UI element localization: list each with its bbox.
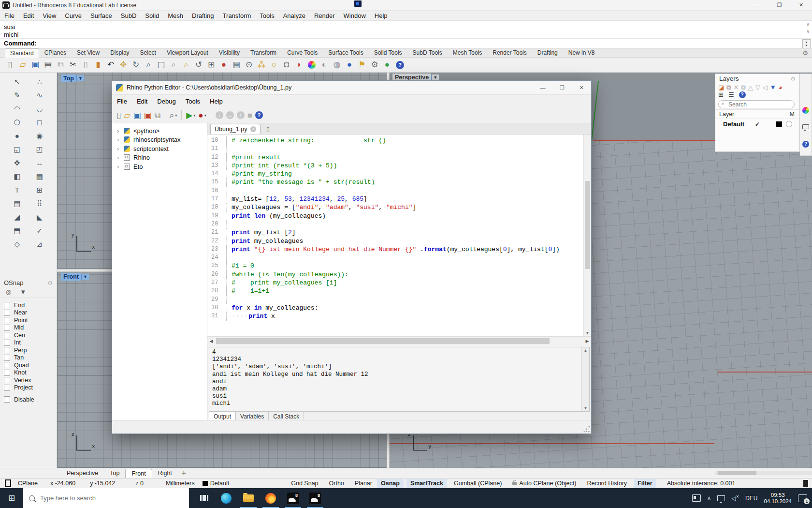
side-tool-7[interactable]: ◻: [33, 117, 46, 127]
layers-gear-icon[interactable]: ⚙: [790, 75, 796, 82]
side-tool-25[interactable]: ⊿: [33, 239, 46, 249]
status-y-15-042[interactable]: y -15.042: [90, 480, 115, 487]
viewport-label-top[interactable]: Top▼: [61, 75, 84, 82]
toolbar-tab-surface-tools[interactable]: Surface Tools: [323, 48, 369, 57]
menu-mesh[interactable]: Mesh: [163, 12, 188, 19]
editor-new-tab[interactable]: ▯: [261, 124, 275, 134]
toolbar-tab-subd-tools[interactable]: SubD Tools: [407, 48, 448, 57]
network-icon[interactable]: [717, 495, 725, 501]
run-button[interactable]: ▶▾: [186, 111, 195, 120]
menu-window[interactable]: Window: [339, 12, 370, 19]
toolbar-tab-cplanes[interactable]: CPlanes: [39, 48, 72, 57]
taskbar-search-input[interactable]: [39, 494, 176, 502]
move-down-icon[interactable]: ▽: [755, 84, 760, 91]
side-tool-18[interactable]: ▤: [11, 198, 23, 209]
menu-transform[interactable]: Transform: [218, 12, 256, 19]
side-tool-10[interactable]: ◱: [11, 144, 23, 154]
osnap-tan[interactable]: Tan: [4, 354, 57, 362]
rhino-1-taskbar-icon[interactable]: 8: [282, 488, 304, 508]
status-panel-toggle-icon[interactable]: [803, 480, 808, 487]
tree-item-eto[interactable]: ›Eto: [112, 162, 207, 171]
osnap-checkbox-point[interactable]: [4, 317, 10, 323]
firefox-taskbar-icon[interactable]: [260, 488, 282, 508]
car-display-icon[interactable]: ●: [218, 59, 230, 71]
editor-menu-tools[interactable]: Tools: [181, 98, 205, 105]
osnap-checkbox-mid[interactable]: [4, 325, 10, 331]
properties-color-icon[interactable]: [802, 107, 809, 114]
viewport-label-front[interactable]: Front▼: [61, 273, 89, 281]
render-icon[interactable]: ◗: [293, 59, 305, 71]
side-tool-19[interactable]: ⠿: [33, 198, 46, 209]
four-viewports-icon[interactable]: ⊞: [205, 59, 218, 71]
osnap-knot[interactable]: Knot: [4, 369, 57, 377]
close-button[interactable]: ✕: [790, 0, 812, 11]
move-left-icon[interactable]: ◁: [763, 84, 768, 91]
chevron-right-icon[interactable]: ›: [117, 163, 124, 170]
status-gumball-cplane[interactable]: Gumball (CPlane): [454, 480, 502, 487]
rhino-2-taskbar-icon[interactable]: 8: [304, 488, 326, 508]
cut-icon[interactable]: ✂: [67, 59, 79, 71]
status-absolute-tolerance-0-001[interactable]: Absolute tolerance: 0.001: [667, 480, 736, 487]
toolbar-tab-set-view[interactable]: Set View: [72, 48, 105, 57]
editor-title-bar[interactable]: Rhino Python Editor - C:\Users\obsidian\…: [112, 81, 591, 95]
menu-analyze[interactable]: Analyze: [279, 12, 310, 19]
save-script-button[interactable]: ▣: [133, 111, 141, 120]
editor-help-button[interactable]: ?: [255, 111, 263, 119]
toolbar-tab-viewport-layout[interactable]: Viewport Layout: [161, 48, 214, 57]
side-tool-5[interactable]: ◡: [33, 104, 46, 114]
layer-menu-icon[interactable]: ☰: [728, 91, 734, 98]
circle-center-icon[interactable]: ⊙: [243, 59, 255, 71]
step-into-button[interactable]: ↓: [216, 111, 223, 119]
command-spinner[interactable]: ▲▼: [802, 39, 811, 48]
status-osnap[interactable]: Osnap: [377, 479, 404, 488]
dropdown-arrow-icon[interactable]: ▾: [175, 113, 177, 118]
side-tool-24[interactable]: ◇: [11, 239, 23, 249]
scroll-right-arrow[interactable]: ▶: [583, 339, 591, 344]
osnap-vertex[interactable]: Vertex: [4, 376, 57, 384]
code-horizontal-scrollbar[interactable]: ◀ ▶: [207, 336, 591, 345]
output-scrollbar[interactable]: ▲ ▼: [581, 347, 589, 411]
toolbar-tab-new-in-v8[interactable]: New in V8: [563, 48, 600, 57]
editor-file-tab[interactable]: Übung_1.py ✕: [210, 124, 261, 134]
scroll-up-arrow[interactable]: ▲: [582, 348, 589, 353]
language-indicator[interactable]: DEU: [745, 495, 757, 502]
hidden-icons-chevron[interactable]: ∧: [707, 495, 711, 501]
open-file-icon[interactable]: ▱: [16, 59, 29, 71]
osnap-checkbox-near[interactable]: [4, 310, 10, 316]
osnap-int[interactable]: Int: [4, 339, 57, 347]
chevron-right-icon[interactable]: ›: [117, 136, 124, 143]
osnap-checkbox-project[interactable]: [4, 385, 10, 391]
status-grid-snap[interactable]: Grid Snap: [291, 480, 318, 487]
new-layer-icon[interactable]: ◪: [718, 84, 724, 91]
side-tool-11[interactable]: ◰: [33, 144, 46, 154]
osnap-checkbox-knot[interactable]: [4, 370, 10, 376]
menu-help[interactable]: Help: [370, 12, 392, 19]
toolbar-tab-solid-tools[interactable]: Solid Tools: [369, 48, 407, 57]
osnap-checkbox-end[interactable]: [4, 302, 10, 308]
toolbar-tab-visibility[interactable]: Visibility: [214, 48, 245, 57]
toolbar-tab-mesh-tools[interactable]: Mesh Tools: [448, 48, 487, 57]
search-button[interactable]: ⌕▾: [170, 111, 177, 120]
widgets-icon[interactable]: [692, 494, 701, 502]
open-script-button[interactable]: ▱: [124, 111, 130, 120]
osnap-checkbox-disable[interactable]: [4, 396, 10, 403]
wireframe-sphere-icon[interactable]: ◍: [331, 59, 343, 71]
side-tool-3[interactable]: ∿: [33, 90, 46, 100]
status-box-icon[interactable]: [5, 479, 11, 487]
side-tool-21[interactable]: ◣: [33, 212, 46, 222]
editor-menu-help[interactable]: Help: [205, 98, 228, 105]
toolbar-tab-display[interactable]: Display: [105, 48, 134, 57]
tree-item-rhinoscriptsyntax[interactable]: ›rhinoscriptsyntax: [112, 135, 207, 145]
side-tool-16[interactable]: T: [11, 185, 23, 195]
scroll-down-arrow[interactable]: ▼: [584, 331, 591, 335]
zoom-dynamic-icon[interactable]: ⌕: [142, 59, 155, 71]
new-sublayer-icon[interactable]: ⧉: [726, 84, 731, 91]
undo-view-icon[interactable]: ↺: [192, 59, 205, 71]
status-millimeters[interactable]: Millimeters: [166, 480, 195, 487]
osnap-point[interactable]: Point: [4, 316, 57, 324]
status-ortho[interactable]: Ortho: [329, 480, 344, 487]
code-editor[interactable]: 10# zeichenkette string: str ()1112#prin…: [207, 134, 591, 336]
task-view-taskbar-icon[interactable]: [193, 488, 215, 508]
toolbar-tab-select[interactable]: Select: [135, 48, 161, 57]
undo-icon[interactable]: ↶: [104, 59, 117, 71]
